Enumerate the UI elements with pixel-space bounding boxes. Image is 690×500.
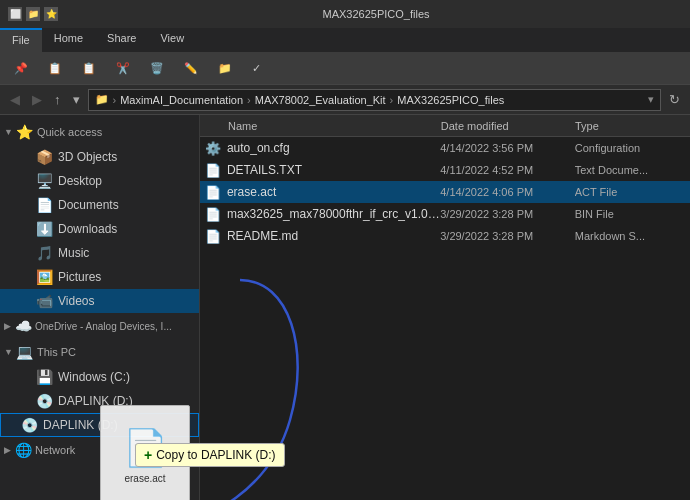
act-file-type: ACT File — [575, 186, 690, 198]
act-file-date: 4/14/2022 4:06 PM — [440, 186, 575, 198]
windows-c-icon: 💾 — [36, 369, 52, 385]
tab-file[interactable]: File — [0, 28, 42, 52]
desktop-icon: 🖥️ — [36, 173, 52, 189]
sidebar-label-music: Music — [58, 246, 89, 260]
sidebar-item-music[interactable]: 🎵 Music — [0, 241, 199, 265]
file-row-bin[interactable]: 📄 max32625_max78000fthr_if_crc_v1.0.2.bi… — [200, 203, 690, 225]
txt-file-name: DETAILS.TXT — [227, 163, 440, 177]
sidebar-section-thispc[interactable]: ▼ 💻 This PC — [0, 339, 199, 365]
recent-locations-button[interactable]: ▾ — [69, 90, 84, 109]
refresh-button[interactable]: ↻ — [665, 90, 684, 109]
sidebar-label-pictures: Pictures — [58, 270, 101, 284]
up-button[interactable]: ↑ — [50, 90, 65, 109]
file-row-details-txt[interactable]: 📄 DETAILS.TXT 4/11/2022 4:52 PM Text Doc… — [200, 159, 690, 181]
sidebar-label-downloads: Downloads — [58, 222, 117, 236]
sidebar-item-videos[interactable]: 📹 Videos — [0, 289, 199, 313]
videos-icon: 📹 — [36, 293, 52, 309]
md-file-icon: 📄 — [200, 229, 227, 244]
forward-button[interactable]: ▶ — [28, 90, 46, 109]
tab-home[interactable]: Home — [42, 28, 95, 52]
documents-icon: 📄 — [36, 197, 52, 213]
back-button[interactable]: ◀ — [6, 90, 24, 109]
paste-button[interactable]: 📋 — [76, 60, 102, 77]
copy-button[interactable]: 📋 — [42, 60, 68, 77]
folder-icon: 📁 — [95, 93, 109, 106]
tab-share[interactable]: Share — [95, 28, 148, 52]
drag-ghost-name: erase.act — [124, 473, 165, 484]
pin-button[interactable]: 📌 — [8, 60, 34, 77]
copy-tooltip-label: Copy to DAPLINK (D:) — [156, 448, 275, 462]
address-bar: ◀ ▶ ↑ ▾ 📁 › MaximAI_Documentation › MAX7… — [0, 85, 690, 115]
delete-button[interactable]: 🗑️ — [144, 60, 170, 77]
sidebar-quick-access-label: Quick access — [37, 126, 102, 138]
column-type[interactable]: Type — [575, 120, 690, 132]
folder-button[interactable]: 📁 — [212, 60, 238, 77]
bin-file-icon: 📄 — [200, 207, 227, 222]
expand-arrow-network: ▶ — [4, 445, 11, 455]
file-row-auto-on-cfg[interactable]: ⚙️ auto_on.cfg 4/14/2022 3:56 PM Configu… — [200, 137, 690, 159]
md-file-name: README.md — [227, 229, 440, 243]
sidebar-thispc-label: This PC — [37, 346, 76, 358]
expand-arrow-onedrive: ▶ — [4, 321, 11, 331]
breadcrumb-max32625[interactable]: MAX32625PICO_files — [397, 94, 504, 106]
md-file-type: Markdown S... — [575, 230, 690, 242]
md-file-date: 3/29/2022 3:28 PM — [440, 230, 575, 242]
music-icon: 🎵 — [36, 245, 52, 261]
sidebar-label-videos: Videos — [58, 294, 94, 308]
title-bar-icons: ⬜ 📁 ⭐ — [8, 7, 58, 21]
sidebar-label-desktop: Desktop — [58, 174, 102, 188]
move-button[interactable]: ✂️ — [110, 60, 136, 77]
txt-file-date: 4/11/2022 4:52 PM — [440, 164, 575, 176]
sidebar-label-documents: Documents — [58, 198, 119, 212]
window-title: MAX32625PICO_files — [70, 8, 682, 20]
sidebar-item-documents[interactable]: 📄 Documents — [0, 193, 199, 217]
cfg-file-icon: ⚙️ — [200, 141, 227, 156]
sidebar-item-windows-c[interactable]: 💾 Windows (C:) — [0, 365, 199, 389]
onedrive-icon: ☁️ — [15, 318, 31, 334]
file-row-readme[interactable]: 📄 README.md 3/29/2022 3:28 PM Markdown S… — [200, 225, 690, 247]
breadcrumb-maximal[interactable]: MaximAI_Documentation — [120, 94, 243, 106]
thispc-icon: 💻 — [17, 344, 33, 360]
network-icon: 🌐 — [15, 442, 31, 458]
txt-file-type: Text Docume... — [575, 164, 690, 176]
sidebar-item-desktop[interactable]: 🖥️ Desktop — [0, 169, 199, 193]
cfg-file-date: 4/14/2022 3:56 PM — [440, 142, 575, 154]
sidebar-item-3dobjects[interactable]: 📦 3D Objects — [0, 145, 199, 169]
act-file-icon: 📄 — [200, 185, 227, 200]
bin-file-type: BIN File — [575, 208, 690, 220]
title-bar-icon-star: ⭐ — [44, 7, 58, 21]
sidebar-item-pictures[interactable]: 🖼️ Pictures — [0, 265, 199, 289]
sidebar-section-onedrive[interactable]: ▶ ☁️ OneDrive - Analog Devices, I... — [0, 313, 199, 339]
daplink-d1-icon: 💿 — [36, 393, 52, 409]
sidebar-onedrive-label: OneDrive - Analog Devices, I... — [35, 321, 172, 332]
tab-view[interactable]: View — [148, 28, 196, 52]
column-date[interactable]: Date modified — [441, 120, 575, 132]
daplink-d2-icon: 💿 — [21, 417, 37, 433]
bin-file-name: max32625_max78000fthr_if_crc_v1.0.2.bin — [227, 207, 440, 221]
cfg-file-type: Configuration — [575, 142, 690, 154]
breadcrumb-dropdown[interactable]: ▾ — [648, 93, 654, 106]
file-list-header: Name Date modified Type — [200, 115, 690, 137]
txt-file-icon: 📄 — [200, 163, 227, 178]
title-bar-icon-file: ⬜ — [8, 7, 22, 21]
expand-arrow-quick: ▼ — [4, 127, 13, 137]
quick-access-icon: ⭐ — [17, 124, 33, 140]
ribbon-bar: 📌 📋 📋 ✂️ 🗑️ ✏️ 📁 ✓ — [0, 52, 690, 84]
act-file-name: erase.act — [227, 185, 440, 199]
sidebar-item-downloads[interactable]: ⬇️ Downloads — [0, 217, 199, 241]
copy-tooltip: + Copy to DAPLINK (D:) — [135, 443, 285, 467]
title-bar: ⬜ 📁 ⭐ MAX32625PICO_files — [0, 0, 690, 28]
file-row-erase-act[interactable]: 📄 erase.act 4/14/2022 4:06 PM ACT File — [200, 181, 690, 203]
column-name[interactable]: Name — [200, 120, 441, 132]
select-button[interactable]: ✓ — [246, 60, 267, 77]
sidebar-section-quick-access[interactable]: ▼ ⭐ Quick access — [0, 119, 199, 145]
rename-button[interactable]: ✏️ — [178, 60, 204, 77]
sidebar-network-label: Network — [35, 444, 75, 456]
ribbon-tabs: File Home Share View — [0, 28, 690, 52]
breadcrumb-max78002[interactable]: MAX78002_Evaluation_Kit — [255, 94, 386, 106]
ribbon: File Home Share View 📌 📋 📋 ✂️ 🗑️ ✏️ 📁 ✓ — [0, 28, 690, 85]
downloads-icon: ⬇️ — [36, 221, 52, 237]
copy-plus-icon: + — [144, 447, 152, 463]
breadcrumb[interactable]: 📁 › MaximAI_Documentation › MAX78002_Eva… — [88, 89, 662, 111]
pictures-icon: 🖼️ — [36, 269, 52, 285]
